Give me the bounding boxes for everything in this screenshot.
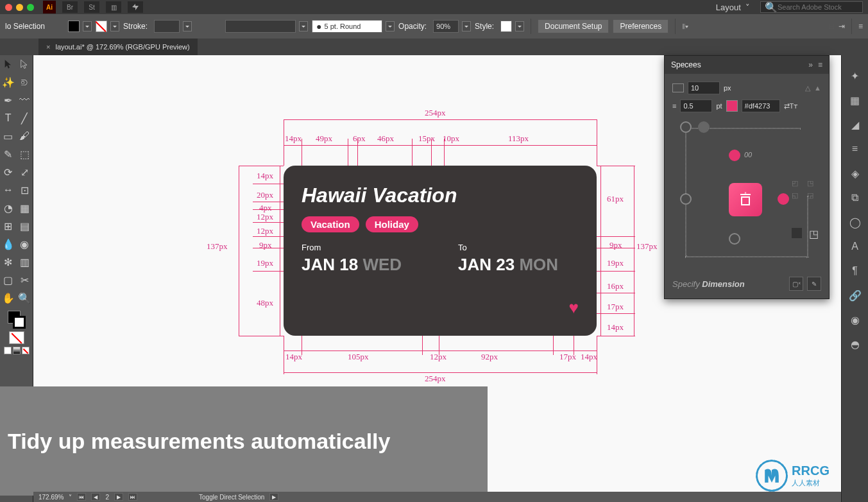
stock-button[interactable]: St [84, 1, 99, 13]
stroke-swatch[interactable] [96, 21, 107, 32]
slice-tool[interactable]: ✂ [17, 271, 33, 289]
next-artboard-button[interactable]: ▶ [114, 493, 123, 501]
spec-node-tl2[interactable] [698, 121, 710, 133]
window-zoom-button[interactable] [27, 4, 34, 11]
isolate-icon[interactable]: ⇥ [838, 22, 845, 31]
panel-menu-icon[interactable]: ≡ [818, 60, 822, 69]
text-format-icon[interactable]: ⇄Tᴛ [784, 102, 798, 110]
none-color[interactable] [9, 331, 24, 344]
zoom-dropdown-icon[interactable]: ˅ [69, 494, 72, 501]
character-panel-icon[interactable]: A [847, 239, 863, 254]
align-icon[interactable]: ⫴▾ [682, 22, 688, 31]
spec-node-right[interactable] [778, 193, 789, 205]
spec-center-button[interactable]: x [729, 183, 762, 216]
document-setup-button[interactable]: Document Setup [538, 19, 609, 33]
triangle-outline-icon[interactable]: △ [805, 84, 810, 92]
free-transform-tool[interactable]: ⊡ [17, 181, 33, 199]
mesh-tool[interactable]: ⊞ [0, 217, 17, 235]
stroke-weight-dd[interactable] [183, 21, 192, 31]
appearance-panel-icon[interactable]: ◉ [847, 312, 863, 327]
design-card[interactable]: Hawaii Vacation Vacation Holiday From JA… [284, 166, 597, 336]
stroke-input[interactable] [680, 100, 712, 112]
panel-collapse-icon[interactable]: » [808, 60, 813, 69]
paintbrush-tool[interactable]: 🖌 [17, 127, 33, 145]
hand-tool[interactable]: ✋ [0, 289, 17, 307]
artboard-tool[interactable]: ▢ [0, 271, 17, 289]
rotate-tool[interactable]: ⟳ [0, 163, 17, 181]
brush-select[interactable]: ●5 pt. Round [312, 20, 382, 33]
opacity-dd[interactable] [462, 21, 471, 31]
style-dd[interactable] [515, 21, 524, 31]
search-adobe-stock[interactable]: 🔍 [760, 1, 863, 13]
shaper-tool[interactable]: ✎ [0, 145, 17, 163]
color-hex-input[interactable] [742, 100, 780, 112]
lasso-tool[interactable]: ⟄ [17, 73, 33, 91]
magic-wand-tool[interactable]: ✨ [0, 73, 17, 91]
spec-node-top[interactable] [729, 150, 740, 161]
opacity-input[interactable] [433, 20, 459, 33]
width-tool[interactable]: ↔ [0, 181, 17, 199]
transform-icon[interactable]: ⊞ [828, 22, 835, 31]
stroke-panel-icon[interactable]: ◈ [847, 166, 863, 181]
workspace-switcher[interactable]: Layout ˅ [710, 3, 756, 12]
rectangle-tool[interactable]: ▭ [0, 127, 17, 145]
status-mode-dd[interactable]: ▶ [269, 493, 278, 501]
gpu-icon[interactable] [128, 1, 143, 13]
links-panel-icon[interactable]: 🔗 [847, 288, 863, 303]
first-artboard-button[interactable]: ⏮ [77, 493, 86, 501]
specees-panel-header[interactable]: Specees » ≡ [665, 56, 829, 74]
fill-swatch[interactable] [68, 21, 80, 32]
perspective-grid-tool[interactable]: ▦ [17, 199, 33, 217]
scale-tool[interactable]: ⤢ [17, 163, 33, 181]
color-modes[interactable] [4, 347, 30, 354]
cc-libraries-icon[interactable]: ◯ [847, 214, 863, 230]
triangle-fill-icon[interactable]: ▲ [814, 84, 821, 92]
eyedropper-tool[interactable]: 💧 [0, 235, 17, 253]
swatches-panel-icon[interactable]: ▦ [847, 92, 863, 108]
window-close-button[interactable] [5, 4, 12, 11]
brushes-panel-icon[interactable]: ◢ [847, 117, 863, 132]
stroke-profile-input[interactable] [225, 20, 296, 33]
fill-stroke-swap[interactable] [8, 311, 26, 329]
type-tool[interactable]: T [0, 109, 17, 127]
spec-node-tl[interactable] [680, 121, 692, 133]
document-tab[interactable]: × layout.ai* @ 172.69% (RGB/GPU Preview) [38, 39, 198, 55]
gradient-tool[interactable]: ▤ [17, 217, 33, 235]
fill-dropdown[interactable] [83, 21, 92, 31]
line-segment-tool[interactable]: ╱ [17, 109, 33, 127]
align-br-icon[interactable]: ◳ [809, 228, 819, 240]
pen-tool[interactable]: ✒ [0, 91, 17, 109]
window-minimize-button[interactable] [16, 4, 23, 11]
bridge-button[interactable]: Br [62, 1, 78, 13]
last-artboard-button[interactable]: ⏭ [128, 493, 137, 501]
spec-node-bottom[interactable] [729, 233, 740, 245]
zoom-tool[interactable]: 🔍 [17, 289, 33, 307]
pathfinder-panel-icon[interactable]: ⧉ [847, 190, 863, 205]
paragraph-panel-icon[interactable]: ¶ [847, 263, 863, 279]
zoom-level[interactable]: 172.69% [38, 494, 64, 501]
align-fill-icon[interactable] [792, 228, 802, 238]
dimension-mode-text-icon[interactable]: ✎ [807, 277, 821, 291]
stroke-dropdown[interactable] [110, 21, 119, 31]
selection-tool[interactable] [0, 55, 17, 73]
brush-dd[interactable] [386, 21, 395, 31]
panel-menu-icon[interactable]: ≡ [858, 22, 863, 31]
spec-node-left[interactable] [680, 193, 692, 205]
eraser-tool[interactable]: ⬚ [17, 145, 33, 163]
snap-br-icon[interactable]: ◲ [807, 191, 819, 200]
color-swatch[interactable] [726, 100, 738, 112]
layers-panel-icon[interactable]: ◓ [847, 336, 863, 352]
column-graph-tool[interactable]: ▥ [17, 253, 33, 271]
search-input[interactable] [778, 3, 858, 11]
size-input[interactable] [688, 82, 720, 94]
symbol-sprayer-tool[interactable]: ✻ [0, 253, 17, 271]
blend-tool[interactable]: ◉ [17, 235, 33, 253]
preferences-button[interactable]: Preferences [613, 19, 668, 33]
stroke-profile-dd[interactable] [299, 21, 308, 31]
snap-tr-icon[interactable]: ◳ [807, 179, 819, 187]
direct-selection-tool[interactable] [17, 55, 33, 73]
style-swatch[interactable] [500, 21, 512, 32]
stroke-weight-input[interactable] [154, 20, 180, 33]
snap-tl-icon[interactable]: ◰ [792, 179, 803, 187]
tab-close-icon[interactable]: × [46, 43, 50, 51]
